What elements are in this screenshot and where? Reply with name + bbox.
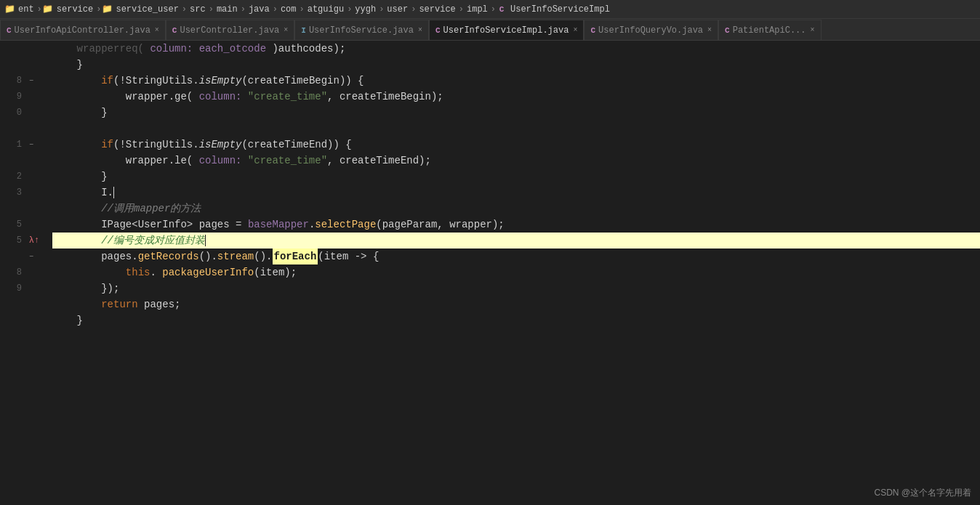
tab-close-icon[interactable]: × bbox=[155, 26, 159, 34]
gutter-row bbox=[0, 312, 49, 328]
tab-userinfoservice[interactable]: I UserInfoService.java × bbox=[294, 20, 429, 40]
tab-userinfoqueryvo[interactable]: C UserInfoQueryVo.java × bbox=[584, 20, 718, 40]
fold-button[interactable]: − bbox=[26, 76, 36, 86]
code-line: } bbox=[52, 57, 980, 73]
code-line-highlighted: //编号变成对应值封装 bbox=[52, 233, 980, 249]
class-icon: C bbox=[725, 26, 730, 35]
tab-close-icon[interactable]: × bbox=[284, 26, 288, 34]
cursor bbox=[113, 187, 114, 198]
tab-patientapic[interactable]: C PatientApiC... × bbox=[718, 20, 821, 40]
gutter-row: 8 bbox=[0, 264, 49, 280]
class-icon: C bbox=[590, 26, 595, 35]
cursor bbox=[205, 235, 206, 246]
line-gutter: 8 − 9 0 1 − 2 bbox=[0, 41, 49, 505]
code-line bbox=[52, 121, 980, 137]
gutter-row: 9 bbox=[0, 89, 49, 105]
gutter-row bbox=[0, 201, 49, 217]
fold-button[interactable]: − bbox=[26, 251, 36, 262]
tab-close-icon[interactable]: × bbox=[418, 26, 422, 34]
code-line: } bbox=[52, 169, 980, 185]
code-line: I. bbox=[52, 185, 980, 201]
folder-icon: 📁 bbox=[4, 4, 15, 15]
gutter-row bbox=[0, 121, 49, 137]
gutter-row: 5 λ↑ bbox=[0, 233, 49, 249]
breadcrumb-item-service[interactable]: 📁 service bbox=[43, 4, 95, 15]
tab-close-icon[interactable]: × bbox=[811, 26, 815, 34]
code-line: return pages; bbox=[52, 296, 980, 312]
gutter-row: 5 bbox=[0, 217, 49, 233]
folder-icon: 📁 bbox=[102, 4, 112, 15]
code-area: 8 − 9 0 1 − 2 bbox=[0, 41, 980, 505]
gutter-row: 0 bbox=[0, 105, 49, 121]
gutter-row bbox=[0, 41, 49, 57]
code-line: if(!StringUtils.isEmpty(createTimeBegin)… bbox=[52, 73, 980, 89]
tab-userinfoapi[interactable]: C UserInfoApiController.java × bbox=[0, 20, 166, 40]
code-line: } bbox=[52, 312, 980, 328]
gutter-row: 1 − bbox=[0, 137, 49, 153]
tab-userinfoserviceimpl[interactable]: C UserInfoServiceImpl.java × bbox=[429, 20, 584, 40]
code-line: this. packageUserInfo(item); bbox=[52, 264, 980, 280]
code-line: }); bbox=[52, 280, 980, 296]
breadcrumb: 📁 ent › 📁 service › 📁 service_user › src… bbox=[0, 0, 980, 19]
code-line: wrapper.ge( column: "create_time", creat… bbox=[52, 89, 980, 105]
code-line: IPage<UserInfo> pages = baseMapper.selec… bbox=[52, 217, 980, 233]
code-line: wrapper.le( column: "create_time", creat… bbox=[52, 153, 980, 169]
gutter-row bbox=[0, 57, 49, 73]
watermark: CSDN @这个名字先用着 bbox=[874, 487, 971, 499]
code-line: pages.getRecords().stream().forEach(item… bbox=[52, 249, 980, 264]
interface-icon: I bbox=[301, 26, 306, 35]
code-line: if(!StringUtils.isEmpty(createTimeEnd)) … bbox=[52, 137, 980, 153]
fold-button[interactable]: − bbox=[26, 140, 36, 150]
gutter-row: − bbox=[0, 249, 49, 264]
gutter-row: 8 − bbox=[0, 73, 49, 89]
gutter-row: 2 bbox=[0, 169, 49, 185]
code-line: } bbox=[52, 105, 980, 121]
tab-close-icon[interactable]: × bbox=[707, 26, 712, 34]
tab-close-icon[interactable]: × bbox=[573, 26, 577, 34]
gutter-row bbox=[0, 153, 49, 169]
class-icon: C bbox=[435, 26, 441, 35]
breadcrumb-item-service-user[interactable]: 📁 service_user bbox=[102, 4, 180, 15]
gutter-row: 9 bbox=[0, 280, 49, 296]
code-line: //调用mapper的方法 bbox=[52, 201, 980, 217]
tab-usercontroller[interactable]: C UserController.java × bbox=[166, 20, 294, 40]
gutter-row bbox=[0, 296, 49, 312]
code-line: wrapperreq( column: each_otcode )authcod… bbox=[52, 41, 980, 57]
class-icon: C bbox=[7, 26, 12, 35]
class-icon: C bbox=[497, 4, 507, 15]
class-icon: C bbox=[172, 26, 177, 35]
code-content[interactable]: wrapperreq( column: each_otcode )authcod… bbox=[49, 41, 980, 505]
gutter-row: 3 bbox=[0, 185, 49, 201]
folder-icon: 📁 bbox=[43, 4, 53, 15]
tab-bar: C UserInfoApiController.java × C UserCon… bbox=[0, 19, 980, 41]
lambda-icon: λ↑ bbox=[28, 234, 41, 247]
breadcrumb-item[interactable]: 📁 ent bbox=[4, 4, 36, 15]
